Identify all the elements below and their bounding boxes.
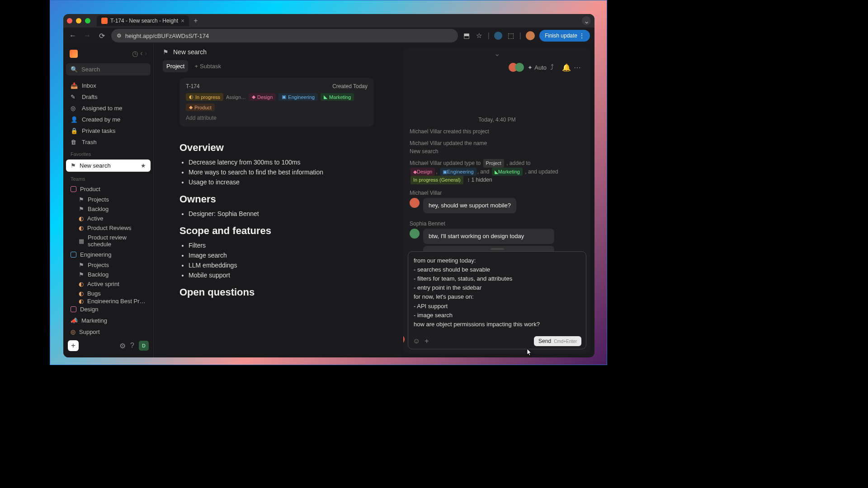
owner-item: Designer: Sophia Bennet: [189, 209, 374, 219]
url-input[interactable]: ⚙ height.app/cBUFzAWDsS/T-174: [111, 29, 458, 42]
collaborator-avatar-icon[interactable]: [515, 63, 524, 72]
eng-active-sprint[interactable]: ◐Active sprint: [66, 279, 151, 289]
created-label: Created Today: [332, 83, 368, 89]
log-tag: ▣ Engineering: [440, 168, 476, 176]
team-design[interactable]: Design: [66, 304, 151, 315]
site-info-icon[interactable]: ⚙: [117, 33, 122, 39]
chat-message: Sophia Bennet btw, I'll start working on…: [410, 221, 585, 251]
overview-item: More ways to search to find the best inf…: [189, 167, 374, 177]
workspace-logo-icon[interactable]: [70, 50, 78, 58]
heading-overview: Overview: [179, 142, 374, 154]
window-traffic-lights[interactable]: [67, 18, 90, 23]
sparkle-icon: ✦: [528, 64, 533, 71]
user-icon-target: ◎: [71, 105, 77, 112]
send-button[interactable]: Send Cmd+Enter: [534, 336, 581, 346]
tag-engineering[interactable]: ▣Engineering: [278, 93, 318, 101]
minimize-window-icon[interactable]: [76, 18, 81, 23]
nav-fwd-icon[interactable]: ›: [145, 49, 147, 58]
back-button[interactable]: ←: [68, 31, 78, 41]
circle-icon: ◐: [79, 215, 84, 222]
hidden-count[interactable]: ↕ 1 hidden: [467, 177, 492, 183]
eng-projects[interactable]: ⚑Projects: [66, 260, 151, 270]
help-icon[interactable]: ?: [130, 342, 134, 350]
history-icon[interactable]: ◷: [132, 49, 138, 58]
sidebar-item-assigned[interactable]: ◎Assigned to me: [66, 103, 151, 114]
more-icon[interactable]: ⋯: [574, 63, 582, 72]
document-body[interactable]: Overview Decrease latency from 300ms to …: [179, 136, 374, 302]
eng-bugs[interactable]: ◐Bugs: [66, 289, 151, 298]
product-review-schedule[interactable]: ▦Product review schedule: [66, 233, 151, 249]
bell-icon[interactable]: 🔔: [562, 63, 570, 72]
share-icon[interactable]: ⤴: [550, 63, 558, 71]
product-reviews[interactable]: ◐Product Reviews: [66, 223, 151, 233]
create-button[interactable]: +: [68, 340, 79, 351]
log-newname: New search: [410, 148, 438, 155]
status-pill[interactable]: ◐In progress: [186, 93, 223, 101]
profile-avatar-icon[interactable]: [526, 31, 535, 40]
log-project-pill: Project: [483, 159, 504, 168]
heading-scope: Scope and features: [179, 225, 374, 237]
eng-backlog[interactable]: ⚑Backlog: [66, 270, 151, 279]
sidebar-item-created[interactable]: 👤Created by me: [66, 114, 151, 125]
star-icon[interactable]: ★: [141, 162, 146, 169]
sidebar-item-drafts[interactable]: ✎Drafts: [66, 91, 151, 103]
bookmark-star-icon[interactable]: ☆: [475, 32, 483, 40]
install-app-icon[interactable]: ⬒: [462, 32, 471, 40]
message-author: Sophia Bennet: [410, 221, 585, 227]
team-marketing[interactable]: 📣Marketing: [66, 315, 151, 326]
composer-line: for now, let's pause on:: [414, 292, 580, 301]
drag-handle-icon[interactable]: [491, 248, 504, 250]
product-active[interactable]: ◐Active: [66, 214, 151, 223]
chat-composer[interactable]: from our meeting today: - searches shoul…: [408, 251, 586, 349]
message-bubble[interactable]: hey, should we support mobile?: [423, 198, 516, 213]
sidebar: ◷ ‹ › 🔍 Search 📥Inbox ✎Drafts ◎Assigned …: [63, 44, 154, 357]
message-bubble[interactable]: btw, I'll start working on design today: [423, 229, 554, 244]
finish-update-button[interactable]: Finish update⋮: [539, 30, 590, 42]
composer-textarea[interactable]: from our meeting today: - searches shoul…: [408, 252, 586, 333]
user-avatar[interactable]: D: [139, 341, 149, 351]
tab-title: T-174 - New search - Height: [110, 18, 178, 24]
composer-line: how are object permissions impacting thi…: [414, 320, 580, 329]
attach-icon[interactable]: +: [425, 337, 429, 345]
extension-icon[interactable]: [494, 32, 502, 40]
add-subtask-button[interactable]: +Subtask: [194, 63, 221, 70]
tab-project[interactable]: Project: [163, 60, 188, 72]
sidebar-item-trash[interactable]: 🗑Trash: [66, 136, 151, 148]
mouse-cursor-icon: [527, 349, 533, 356]
add-attribute-button[interactable]: Add attribute: [186, 115, 368, 121]
close-window-icon[interactable]: [67, 18, 72, 23]
team-color-icon: [71, 306, 76, 312]
auto-toggle[interactable]: ✦Auto: [528, 64, 547, 71]
team-product[interactable]: Product: [66, 183, 151, 195]
composer-line: - API support: [414, 302, 580, 311]
composer-line: - filters for team, status, and attribut…: [414, 274, 580, 283]
tabs-menu-icon[interactable]: ⌄: [582, 16, 591, 25]
emoji-icon[interactable]: ☺: [413, 337, 420, 345]
sidebar-item-inbox[interactable]: 📥Inbox: [66, 80, 151, 91]
team-support[interactable]: ◎Support: [66, 326, 151, 338]
fullscreen-window-icon[interactable]: [85, 18, 90, 23]
extensions-icon[interactable]: ⬚: [507, 32, 515, 40]
favorite-new-search[interactable]: ⚑ New search ★: [66, 160, 151, 172]
nav-back-icon[interactable]: ‹: [140, 49, 142, 58]
inbox-icon: 📥: [71, 82, 77, 89]
tag-product[interactable]: ◆Product: [186, 103, 215, 111]
scope-item: LLM embeddings: [189, 260, 374, 270]
product-backlog[interactable]: ⚑Backlog: [66, 204, 151, 214]
tag-marketing[interactable]: ◣Marketing: [321, 93, 354, 101]
sidebar-item-private[interactable]: 🔒Private tasks: [66, 125, 151, 136]
forward-button[interactable]: →: [82, 31, 92, 41]
close-tab-icon[interactable]: ×: [181, 17, 184, 24]
reload-button[interactable]: ⟳: [97, 31, 107, 41]
browser-tab[interactable]: T-174 - New search - Height ×: [97, 15, 189, 26]
message-bubble[interactable]: also, just discussed with the team, and …: [423, 246, 554, 251]
new-tab-button[interactable]: +: [193, 17, 198, 25]
product-projects[interactable]: ⚑Projects: [66, 195, 151, 204]
assignee-button[interactable]: Assign…: [226, 94, 246, 100]
search-input[interactable]: 🔍 Search: [66, 63, 151, 75]
settings-icon[interactable]: ⚙: [119, 342, 126, 350]
tag-design[interactable]: ◆Design: [249, 93, 276, 101]
team-engineering[interactable]: Engineering: [66, 249, 151, 260]
collapse-handle-icon[interactable]: ⌄: [403, 47, 591, 60]
eng-best-practices[interactable]: ◐Engineering Best Practic…: [66, 298, 151, 304]
